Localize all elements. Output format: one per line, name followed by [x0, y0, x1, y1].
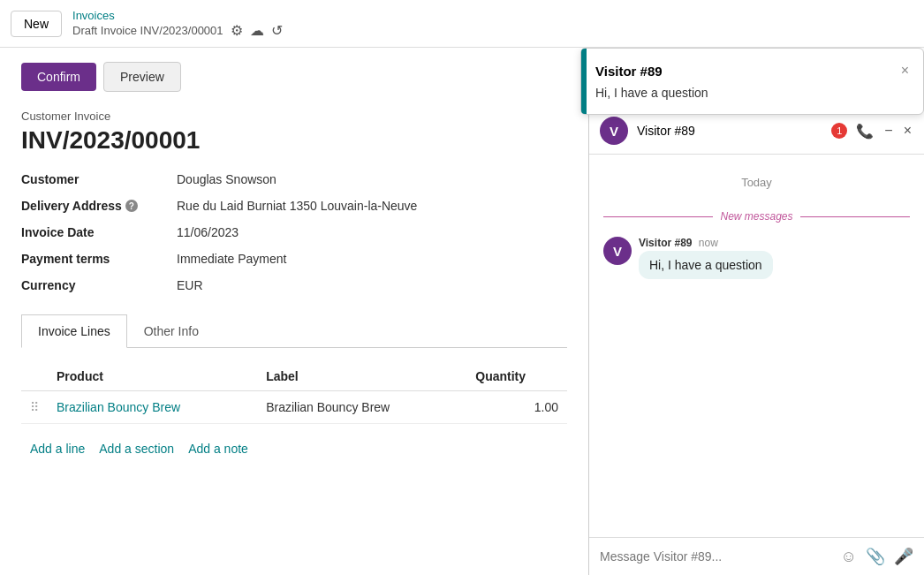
message-time: now — [699, 237, 718, 249]
chat-message-row: V Visitor #89 now Hi, I have a question — [603, 237, 910, 279]
notification-message: Hi, I have a question — [595, 86, 909, 100]
message-sender: Visitor #89 — [639, 237, 692, 249]
tab-invoice-lines[interactable]: Invoice Lines — [21, 314, 127, 348]
gear-icon[interactable]: ⚙ — [231, 22, 243, 39]
main-layout: Confirm Preview Customer Invoice INV/202… — [0, 48, 924, 575]
table-actions: Add a line Add a section Add a note — [21, 435, 567, 463]
product-col-header: Product — [48, 362, 257, 391]
currency-value: EUR — [177, 278, 551, 292]
drag-handle[interactable]: ⠿ — [21, 391, 48, 424]
message-content: Visitor #89 now Hi, I have a question — [639, 237, 773, 279]
message-bubble: Hi, I have a question — [639, 251, 773, 279]
quantity-cell: 1.00 — [466, 391, 567, 424]
table-row: ⠿ Brazilian Bouncy Brew Brazilian Bouncy… — [21, 391, 567, 424]
delivery-help-icon[interactable]: ? — [125, 200, 138, 212]
attach-icon[interactable]: 📎 — [866, 547, 885, 566]
minimize-icon[interactable]: − — [882, 121, 894, 140]
notification-title: Visitor #89 — [595, 64, 663, 79]
customer-label: Customer — [21, 172, 163, 186]
product-cell: Brazilian Bouncy Brew — [48, 391, 257, 424]
currency-label: Currency — [21, 278, 163, 292]
date-divider: Today — [603, 176, 910, 189]
tabs: Invoice Lines Other Info — [21, 314, 567, 348]
top-bar: New Invoices Draft Invoice INV/2023/0000… — [0, 0, 924, 48]
label-cell: Brazilian Bouncy Brew — [257, 391, 466, 424]
notification-popup: Visitor #89 × Hi, I have a question — [580, 48, 924, 115]
new-messages-label: New messages — [720, 210, 792, 223]
draft-label: Draft Invoice INV/2023/00001 — [72, 24, 223, 37]
notification-header: Visitor #89 × — [595, 63, 909, 79]
chat-body: Today New messages V Visitor #89 now Hi,… — [589, 155, 924, 537]
invoice-number: INV/2023/00001 — [21, 126, 567, 155]
message-meta: Visitor #89 now — [639, 237, 773, 249]
notification-close-icon[interactable]: × — [901, 63, 909, 79]
breadcrumb-link[interactable]: Invoices — [72, 9, 283, 22]
form-grid: Customer Douglas Snowson Delivery Addres… — [21, 172, 551, 292]
mic-icon[interactable]: 🎤 — [894, 547, 913, 566]
product-link[interactable]: Brazilian Bouncy Brew — [57, 400, 180, 414]
call-icon[interactable]: 📞 — [854, 121, 875, 141]
chat-visitor-name: Visitor #89 — [637, 124, 822, 138]
chat-panel: Visitor #89 × Hi, I have a question V Vi… — [588, 48, 924, 575]
visitor-avatar: V — [600, 117, 628, 145]
action-bar: Confirm Preview — [21, 62, 567, 92]
emoji-icon[interactable]: ☺ — [841, 548, 857, 566]
confirm-button[interactable]: Confirm — [21, 63, 96, 91]
customer-value: Douglas Snowson — [177, 172, 551, 186]
accent-bar — [581, 49, 587, 114]
refresh-icon[interactable]: ↺ — [271, 22, 283, 39]
content-area: Confirm Preview Customer Invoice INV/202… — [0, 48, 588, 575]
invoice-table: Product Label Quantity ⠿ Brazilian Bounc… — [21, 362, 567, 424]
invoice-type: Customer Invoice — [21, 110, 567, 123]
new-messages-divider: New messages — [603, 210, 910, 223]
chat-footer: ☺ 📎 🎤 — [589, 537, 924, 575]
label-col-header: Label — [257, 362, 466, 391]
payment-value: Immediate Payment — [177, 252, 551, 266]
add-section-link[interactable]: Add a section — [99, 442, 174, 456]
breadcrumb-sub: Draft Invoice INV/2023/00001 ⚙ ☁ ↺ — [72, 22, 283, 39]
delivery-value: Rue du Laid Burniat 1350 Louvain-la-Neuv… — [177, 199, 551, 213]
chat-header-actions: 1 📞 − × — [831, 121, 913, 141]
new-button[interactable]: New — [11, 11, 62, 37]
divider-line-left — [603, 216, 713, 217]
drag-col-header — [21, 362, 48, 391]
date-label: Invoice Date — [21, 225, 163, 239]
breadcrumb-area: Invoices Draft Invoice INV/2023/00001 ⚙ … — [72, 9, 283, 39]
tab-other-info[interactable]: Other Info — [127, 314, 216, 348]
chat-input[interactable] — [600, 549, 832, 564]
divider-line-right — [800, 216, 910, 217]
preview-button[interactable]: Preview — [103, 62, 181, 92]
chat-footer-icons: ☺ 📎 🎤 — [841, 547, 913, 566]
quantity-col-header: Quantity — [466, 362, 567, 391]
payment-label: Payment terms — [21, 252, 163, 266]
close-chat-icon[interactable]: × — [902, 121, 913, 140]
upload-icon[interactable]: ☁ — [250, 22, 264, 39]
message-avatar: V — [603, 237, 632, 265]
add-note-link[interactable]: Add a note — [188, 442, 248, 456]
date-value: 11/06/2023 — [177, 225, 551, 239]
add-line-link[interactable]: Add a line — [30, 442, 85, 456]
delivery-label: Delivery Address ? — [21, 199, 163, 213]
unread-badge: 1 — [831, 123, 847, 139]
